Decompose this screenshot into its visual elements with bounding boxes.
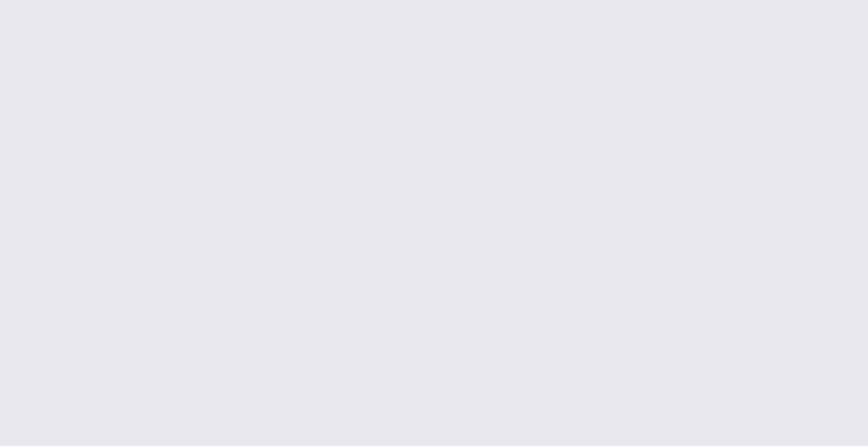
phones-container: ⚡ 👥 ⌃ ◎ SHARED LIBRARY	[402, 212, 466, 235]
